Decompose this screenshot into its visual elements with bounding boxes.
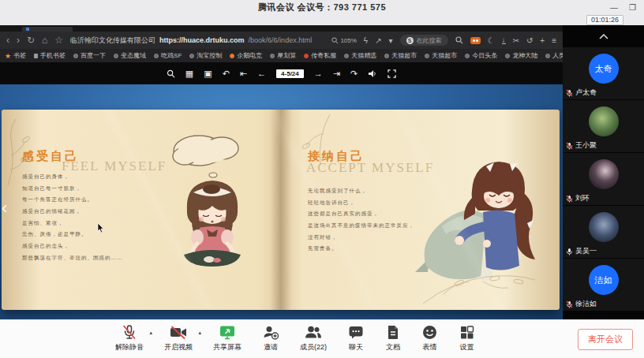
- first-page-icon[interactable]: ⇤: [240, 69, 247, 78]
- bookmark-item[interactable]: 手机书签: [34, 51, 66, 60]
- mic-muted-icon: [566, 142, 573, 150]
- browser-addressbar: ‹ › ↻ ⌂ ☆ 临沂翰印文化传媒有限公司 https://huace.drt…: [0, 32, 563, 49]
- caret-up-icon[interactable]: ▴: [198, 330, 201, 336]
- left-page-subtitle: FEEL MYSELF: [62, 158, 167, 174]
- bookmark-star-icon[interactable]: ☆: [54, 35, 63, 46]
- browser-search-box[interactable]: S 在此搜索: [400, 35, 448, 46]
- bookmark-item[interactable]: 星划算: [270, 51, 296, 60]
- reload-icon[interactable]: ↻: [27, 35, 35, 46]
- flipbook-viewer[interactable]: 感受自己 FEEL MYSELF 感受自己的身体， 知道自己每一寸肌肤， 每一个…: [0, 84, 563, 319]
- single-page-icon[interactable]: ▣: [204, 69, 212, 78]
- prev-page-chevron[interactable]: ‹: [2, 200, 7, 217]
- bookmark-item[interactable]: ★书签: [5, 51, 26, 60]
- participant-tile[interactable]: 王小聚: [563, 100, 644, 152]
- unmute-button[interactable]: 解除静音 ▴: [115, 324, 144, 352]
- book-spread[interactable]: 感受自己 FEEL MYSELF 感受自己的身体， 知道自己每一寸肌肤， 每一个…: [2, 110, 560, 310]
- body-line: 没有对错，: [308, 235, 414, 241]
- home-icon[interactable]: ⌂: [42, 35, 47, 46]
- share-screen-button[interactable]: 共享屏幕: [213, 324, 242, 352]
- participant-tile[interactable]: 洁如 徐洁如: [563, 259, 644, 311]
- participant-name-row: 卢太奇: [566, 88, 597, 98]
- bookmark-item[interactable]: 百度一下: [73, 51, 106, 60]
- url-domain: https://huace.drtuku.com: [159, 36, 245, 44]
- bookmark-item[interactable]: 今日头条: [465, 51, 497, 60]
- right-page-body: 无论我感受到了什么， 轻轻地告诉自己， 这些都是自己真实的感受， 是这场出其不意…: [308, 188, 414, 258]
- bookmark-item[interactable]: 变态魔域: [114, 51, 146, 60]
- avatar-photo: [589, 106, 619, 136]
- bookmark-item[interactable]: 企鹅电竞: [230, 51, 262, 60]
- meditating-girl-illustration: [163, 127, 262, 277]
- body-line: 轻轻地告诉自己，: [308, 200, 414, 206]
- invite-button[interactable]: 邀请: [262, 324, 279, 352]
- docs-button[interactable]: 文档: [385, 324, 401, 352]
- body-line: 感受自己的身体，: [22, 174, 123, 180]
- avatar: 太奇: [589, 54, 619, 84]
- minimize-icon[interactable]: —: [610, 3, 618, 12]
- participant-tile[interactable]: 太奇 卢太奇: [563, 47, 644, 99]
- forward-icon[interactable]: ›: [17, 35, 20, 46]
- bookmark-item[interactable]: 淘宝控制: [189, 51, 222, 60]
- search-icon[interactable]: [455, 36, 463, 44]
- emoji-button[interactable]: 表情: [421, 324, 438, 352]
- url-bar[interactable]: 临沂翰印文化传媒有限公司 https://huace.drtuku.com/bo…: [70, 35, 312, 46]
- back-icon[interactable]: ‹: [6, 35, 9, 46]
- mouse-cursor: [97, 223, 104, 233]
- browser-tab[interactable]: [22, 27, 73, 32]
- emoji-icon: [421, 324, 438, 341]
- body-line: 感受自己的情绪花园，: [22, 209, 123, 214]
- maximize-icon[interactable]: ❐: [629, 3, 636, 12]
- globe-icon: [344, 54, 349, 58]
- camera-off-icon: [169, 324, 188, 341]
- history-icon[interactable]: ↺: [526, 36, 533, 45]
- prev-page-icon[interactable]: ←: [257, 69, 266, 78]
- body-line: 无需责备。: [308, 246, 414, 252]
- new-tab-icon[interactable]: +: [540, 36, 545, 45]
- page-indicator[interactable]: 4-5/24: [276, 69, 304, 78]
- meeting-timer: 01:01:26: [586, 15, 623, 25]
- participant-tile[interactable]: 刘环: [563, 153, 644, 205]
- search-placeholder: 在此搜索: [417, 36, 442, 45]
- menu-icon[interactable]: ≡: [552, 36, 556, 45]
- participant-tile[interactable]: 吴吴一: [563, 206, 644, 258]
- members-button[interactable]: 成员(22): [300, 324, 327, 352]
- bookmark-item[interactable]: 天猫超市: [384, 51, 417, 60]
- dropdown-icon[interactable]: ▾: [389, 36, 393, 45]
- thumbnails-icon[interactable]: ▦: [185, 69, 193, 78]
- start-video-button[interactable]: 开启视频 ▴: [164, 324, 193, 352]
- bookmark-item[interactable]: 龙神大陆: [505, 51, 537, 60]
- screenshot-icon[interactable]: ✂: [513, 36, 519, 45]
- bookmark-item[interactable]: 吃鸡SF: [154, 51, 182, 60]
- penguin-icon: [230, 54, 234, 58]
- toolbar-items: 解除静音 ▴ 开启视频 ▴ 共享屏幕 邀请 成员(22): [115, 324, 475, 352]
- settings-button[interactable]: 设置: [459, 324, 475, 352]
- night-mode-icon[interactable]: ☾: [488, 36, 495, 45]
- game-center-icon[interactable]: [470, 37, 481, 44]
- fullscreen-icon[interactable]: [388, 69, 396, 78]
- chat-button[interactable]: 聊天: [347, 324, 365, 352]
- bookmark-item[interactable]: 天猫超市: [425, 51, 457, 60]
- meeting-window: 腾讯会议 会议号：793 771 575 — ❐ 01:01:26 ‹ › ↻ …: [0, 0, 644, 358]
- body-line: 是这场出其不意的疫情带来的正常反应，: [308, 223, 414, 229]
- zoom-icon[interactable]: [167, 69, 175, 78]
- download-icon[interactable]: ↓: [502, 36, 506, 44]
- participant-name-row: 徐洁如: [566, 299, 597, 309]
- caret-up-icon[interactable]: ▴: [149, 330, 152, 336]
- last-page-icon[interactable]: ⇥: [333, 69, 340, 78]
- lightning-icon[interactable]: ϟ: [364, 36, 368, 45]
- rotate-right-icon[interactable]: ↷: [350, 69, 358, 78]
- zoom-level[interactable]: 105%: [331, 37, 356, 44]
- collapse-strip[interactable]: [563, 25, 644, 47]
- share-icon[interactable]: ↗: [375, 36, 381, 45]
- mic-muted-icon: [121, 324, 138, 341]
- globe-icon: [154, 54, 159, 58]
- bookmark-item[interactable]: 天猫精选: [344, 51, 376, 60]
- sound-icon[interactable]: [368, 69, 377, 78]
- leave-meeting-button[interactable]: 离开会议: [578, 329, 633, 350]
- next-page-icon[interactable]: →: [314, 69, 323, 78]
- bookmark-item[interactable]: 人类网: [545, 51, 563, 60]
- bookmark-item[interactable]: 传奇私服: [304, 51, 336, 60]
- pillow-girl-illustration: [410, 147, 545, 289]
- chevron-up-icon: [599, 34, 608, 39]
- window-controls: — ❐: [610, 0, 636, 14]
- rotate-icon[interactable]: ↶: [223, 69, 230, 78]
